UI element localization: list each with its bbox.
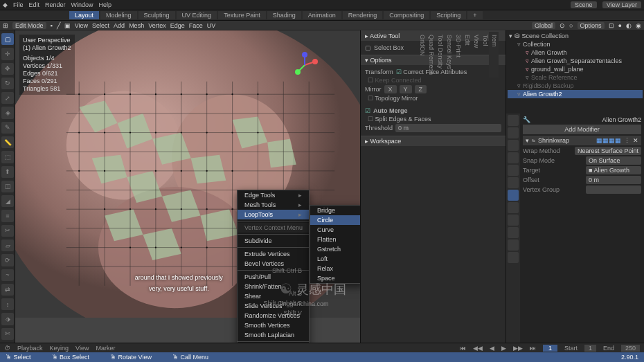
menu-render[interactable]: Render	[45, 1, 66, 8]
tool-polybuild[interactable]: ▱	[1, 239, 14, 251]
properties-tabs[interactable]	[506, 114, 520, 343]
shading-solid-icon[interactable]: ●	[618, 22, 622, 29]
submenu-looptools[interactable]: BridgeCircleCurveFlattenGstretchLoftRela…	[310, 205, 360, 284]
jump-end-icon[interactable]: ⏭	[530, 345, 536, 352]
prop-tab-material[interactable]	[508, 252, 519, 263]
snap-mode-field[interactable]: On Surface	[586, 156, 641, 165]
menu-edit[interactable]: Edit	[29, 1, 40, 8]
prop-tab-world[interactable]	[508, 165, 519, 176]
tab-rendering[interactable]: Rendering	[343, 11, 383, 19]
outliner-item[interactable]: ▿ Alien Growth	[508, 48, 643, 57]
mirror-z[interactable]: Z	[415, 85, 427, 93]
outliner-item[interactable]: ▿ Alien Growth_SeparateTentacles	[508, 57, 643, 65]
menu-face[interactable]: Face	[189, 22, 203, 29]
modifier-shrinkwrap[interactable]: ▾ ≈ Shrinkwrap ▦▦▦▦ ⋮ ✕	[523, 136, 641, 145]
context-menu-vertex[interactable]: Edge Tools▸Mesh Tools▸LoopTools▸Vertex C…	[237, 190, 310, 343]
editor-type-icon[interactable]: ⊞	[3, 22, 8, 29]
3d-viewport[interactable]: User Perspective (1) Alien Growth2 Objec…	[15, 30, 360, 343]
tool-select-box[interactable]: ▢	[1, 33, 14, 45]
tool-extrude[interactable]: ⬆	[1, 166, 14, 178]
proportional-icon[interactable]: ○	[569, 22, 573, 29]
menu-vertex[interactable]: Vertex	[148, 22, 166, 29]
tab-sculpting[interactable]: Sculpting	[138, 11, 175, 19]
menu-add[interactable]: Add	[114, 22, 125, 29]
offset-field[interactable]: 0 m	[586, 176, 641, 184]
prop-tab-mesh[interactable]	[508, 239, 519, 251]
tab-layout[interactable]: Layout	[69, 11, 99, 19]
ctx-item[interactable]: Subdivide	[238, 236, 309, 246]
tool-spin[interactable]: ⟳	[1, 254, 14, 266]
ctx-item[interactable]: Smooth Vertices	[238, 320, 309, 330]
sel-vert-icon[interactable]: ▪	[51, 22, 53, 29]
tool-smooth[interactable]: ~	[1, 269, 14, 281]
ctx-item[interactable]: Edge Tools▸	[238, 190, 309, 200]
nav-gizmo[interactable]	[291, 51, 319, 79]
split-edges-checkbox[interactable]: Split Edges & Faces	[368, 116, 431, 123]
tool-measure[interactable]: 📏	[1, 136, 14, 148]
viewlayer-selector[interactable]: View Layer	[602, 1, 641, 8]
sidebar-tabs[interactable]: ItemToolView Edit3D-PrintSensei Keys Too…	[489, 32, 499, 78]
keep-connected-checkbox[interactable]: Keep Connected	[368, 77, 422, 84]
add-modifier-button[interactable]: Add Modifier	[523, 125, 641, 134]
menu-help[interactable]: Help	[99, 1, 112, 8]
ctx-item[interactable]: Bevel VerticesShift Ctrl B	[238, 259, 309, 269]
ctx-item[interactable]: Extrude Vertices	[238, 249, 309, 259]
outliner-item[interactable]: ▿ Alien Growth2	[508, 90, 643, 98]
sel-face-icon[interactable]: ▣	[64, 22, 71, 29]
submenu-item[interactable]: Gstretch	[310, 244, 360, 254]
vertex-group-field[interactable]: ⠀	[586, 185, 641, 194]
tool-transform[interactable]: ◈	[1, 107, 14, 118]
menu-uv[interactable]: UV	[207, 22, 216, 29]
shading-wireframe-icon[interactable]: ⊡	[609, 22, 614, 29]
ctx-item[interactable]: Smooth Laplacian	[238, 330, 309, 340]
tab-uvediting[interactable]: UV Editing	[177, 11, 217, 19]
outliner-item[interactable]: ▿ Collection	[508, 40, 643, 48]
prop-tab-physics[interactable]	[508, 215, 519, 226]
tool-loopcut[interactable]: ≡	[1, 210, 14, 221]
tool-rip[interactable]: ✄	[1, 328, 14, 340]
menu-edge[interactable]: Edge	[170, 22, 185, 29]
prop-tab-modifier[interactable]	[508, 190, 519, 201]
submenu-item[interactable]: Loft	[310, 254, 360, 264]
next-key-icon[interactable]: ▶▶	[513, 345, 523, 352]
menu-mesh[interactable]: Mesh	[129, 22, 144, 29]
outliner[interactable]: ▾ ⛁ Scene Collection ▿ Collection▿ Alien…	[506, 30, 644, 114]
prop-tab-viewlayer[interactable]	[508, 140, 519, 151]
outliner-root[interactable]: ▾ ⛁ Scene Collection	[508, 32, 643, 40]
tab-scripting[interactable]: Scripting	[431, 11, 466, 19]
menu-view[interactable]: View	[75, 22, 88, 29]
tool-scale[interactable]: ⤢	[1, 92, 14, 104]
submenu-item[interactable]: Circle	[310, 215, 360, 225]
tab-texturepaint[interactable]: Texture Paint	[218, 11, 266, 19]
orientation-selector[interactable]: Global	[532, 22, 555, 29]
end-frame[interactable]: 250	[621, 345, 640, 352]
tool-inset[interactable]: ◫	[1, 181, 14, 192]
close-icon[interactable]: ✕	[633, 137, 638, 144]
tool-shear[interactable]: ⬗	[1, 313, 14, 325]
tool-move[interactable]: ✥	[1, 63, 14, 75]
tool-addcube[interactable]: ⬚	[1, 151, 14, 163]
prev-key-icon[interactable]: ◀◀	[473, 345, 483, 352]
prop-tab-scene[interactable]	[508, 152, 519, 163]
tab-add[interactable]: +	[467, 11, 482, 19]
mode-selector[interactable]: Edit Mode	[12, 22, 46, 29]
menu-window[interactable]: Window	[71, 1, 93, 8]
tab-animation[interactable]: Animation	[303, 11, 341, 19]
tab-modeling[interactable]: Modeling	[100, 11, 137, 19]
play-icon[interactable]: ▶	[501, 345, 506, 352]
auto-merge-checkbox[interactable]: Auto Merge	[365, 107, 501, 114]
prop-tab-output[interactable]	[508, 127, 519, 138]
tool-rotate[interactable]: ↻	[1, 78, 14, 89]
tool-edgeslide[interactable]: ⇄	[1, 284, 14, 296]
timeline[interactable]: ⏱ Playback Keying View Marker ⏮ ◀◀ ◀ ▶ ▶…	[0, 343, 644, 352]
modifier-menu-icon[interactable]: ⋮	[624, 137, 630, 144]
mirror-y[interactable]: Y	[400, 85, 412, 93]
submenu-item[interactable]: Bridge	[310, 206, 360, 215]
snap-icon[interactable]: ⊙	[560, 22, 565, 29]
menu-select[interactable]: Select	[92, 22, 109, 29]
options-dropdown[interactable]: Options	[578, 22, 605, 29]
current-frame[interactable]: 1	[543, 345, 557, 352]
mirror-x[interactable]: X	[384, 85, 397, 93]
tool-annotate[interactable]: ✎	[1, 122, 14, 134]
outliner-item[interactable]: ▿ Scale Reference	[508, 73, 643, 82]
